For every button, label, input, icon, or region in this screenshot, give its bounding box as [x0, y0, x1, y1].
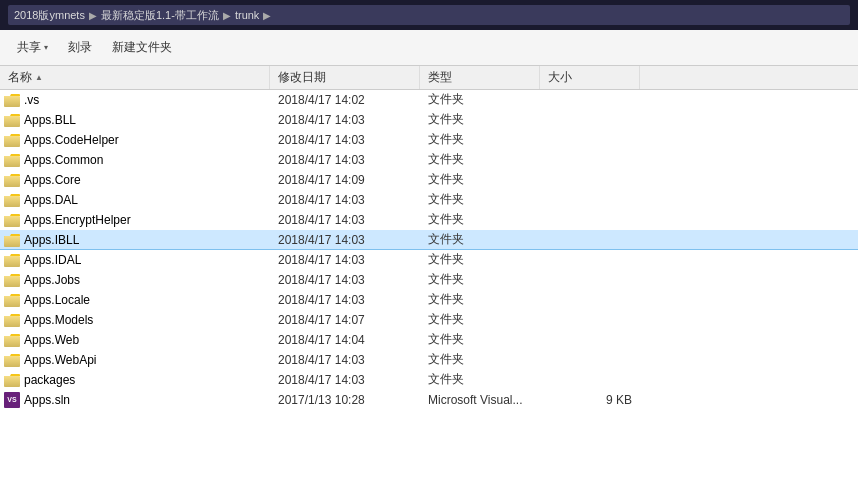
- table-row[interactable]: Apps.WebApi2018/4/17 14:03文件夹: [0, 350, 858, 370]
- folder-icon: [4, 213, 20, 227]
- file-name-cell: Apps.Jobs: [0, 273, 270, 287]
- table-row[interactable]: packages2018/4/17 14:03文件夹: [0, 370, 858, 390]
- file-type-cell: 文件夹: [420, 91, 540, 108]
- file-type-cell: Microsoft Visual...: [420, 393, 540, 407]
- file-type-cell: 文件夹: [420, 111, 540, 128]
- file-name-text: Apps.Web: [24, 333, 79, 347]
- folder-icon: [4, 173, 20, 187]
- table-row[interactable]: Apps.Web2018/4/17 14:04文件夹: [0, 330, 858, 350]
- breadcrumb: 2018版ymnets ▶ 最新稳定版1.1-带工作流 ▶ trunk ▶: [14, 8, 271, 23]
- file-name-text: .vs: [24, 93, 39, 107]
- table-row[interactable]: Apps.Models2018/4/17 14:07文件夹: [0, 310, 858, 330]
- folder-icon: [4, 153, 20, 167]
- table-row[interactable]: .vs2018/4/17 14:02文件夹: [0, 90, 858, 110]
- table-row[interactable]: Apps.IBLL2018/4/17 14:03文件夹: [0, 230, 858, 250]
- svg-rect-25: [4, 336, 20, 347]
- file-type-cell: 文件夹: [420, 351, 540, 368]
- col-size-label: 大小: [548, 69, 572, 86]
- col-modified-header[interactable]: 修改日期: [270, 66, 420, 89]
- file-date-cell: 2018/4/17 14:03: [270, 293, 420, 307]
- file-name-text: Apps.WebApi: [24, 353, 97, 367]
- file-name-text: Apps.CodeHelper: [24, 133, 119, 147]
- table-row[interactable]: Apps.Core2018/4/17 14:09文件夹: [0, 170, 858, 190]
- col-name-label: 名称: [8, 69, 32, 86]
- file-name-cell: VSApps.sln: [0, 392, 270, 408]
- file-date-cell: 2018/4/17 14:02: [270, 93, 420, 107]
- file-date-cell: 2018/4/17 14:03: [270, 353, 420, 367]
- file-name-text: Apps.IBLL: [24, 233, 79, 247]
- col-name-header[interactable]: 名称 ▲: [0, 66, 270, 89]
- svg-rect-23: [4, 316, 20, 327]
- file-name-text: Apps.BLL: [24, 113, 76, 127]
- breadcrumb-arrow1: ▶: [89, 10, 97, 21]
- col-type-header[interactable]: 类型: [420, 66, 540, 89]
- svg-rect-17: [4, 256, 20, 267]
- file-name-cell: Apps.WebApi: [0, 353, 270, 367]
- file-name-text: Apps.Locale: [24, 293, 90, 307]
- share-button[interactable]: 共享 ▾: [8, 34, 57, 61]
- file-type-cell: 文件夹: [420, 151, 540, 168]
- file-name-text: Apps.DAL: [24, 193, 78, 207]
- column-headers: 名称 ▲ 修改日期 类型 大小: [0, 66, 858, 90]
- folder-icon: [4, 113, 20, 127]
- file-type-cell: 文件夹: [420, 371, 540, 388]
- file-date-cell: 2018/4/17 14:07: [270, 313, 420, 327]
- file-name-text: Apps.EncryptHelper: [24, 213, 131, 227]
- svg-rect-5: [4, 136, 20, 147]
- file-name-text: Apps.Models: [24, 313, 93, 327]
- folder-icon: [4, 193, 20, 207]
- svg-rect-27: [4, 356, 20, 367]
- file-date-cell: 2018/4/17 14:03: [270, 113, 420, 127]
- breadcrumb-arrow3: ▶: [263, 10, 271, 21]
- col-modified-label: 修改日期: [278, 69, 326, 86]
- address-bar[interactable]: 2018版ymnets ▶ 最新稳定版1.1-带工作流 ▶ trunk ▶: [8, 5, 850, 25]
- svg-rect-13: [4, 216, 20, 227]
- file-size-cell: 9 KB: [540, 393, 640, 407]
- file-date-cell: 2018/4/17 14:04: [270, 333, 420, 347]
- table-row[interactable]: Apps.Common2018/4/17 14:03文件夹: [0, 150, 858, 170]
- folder-icon: [4, 253, 20, 267]
- svg-rect-1: [4, 96, 20, 107]
- svg-rect-29: [4, 376, 20, 387]
- table-row[interactable]: Apps.CodeHelper2018/4/17 14:03文件夹: [0, 130, 858, 150]
- table-row[interactable]: Apps.IDAL2018/4/17 14:03文件夹: [0, 250, 858, 270]
- new-folder-button[interactable]: 新建文件夹: [103, 34, 181, 61]
- sort-indicator: ▲: [35, 73, 43, 82]
- file-type-cell: 文件夹: [420, 131, 540, 148]
- table-row[interactable]: Apps.Locale2018/4/17 14:03文件夹: [0, 290, 858, 310]
- file-type-cell: 文件夹: [420, 251, 540, 268]
- table-row[interactable]: Apps.BLL2018/4/17 14:03文件夹: [0, 110, 858, 130]
- file-name-cell: Apps.BLL: [0, 113, 270, 127]
- file-name-cell: Apps.EncryptHelper: [0, 213, 270, 227]
- file-type-cell: 文件夹: [420, 231, 540, 248]
- folder-icon: [4, 373, 20, 387]
- burn-button[interactable]: 刻录: [59, 34, 101, 61]
- file-name-cell: packages: [0, 373, 270, 387]
- file-name-cell: Apps.IBLL: [0, 233, 270, 247]
- file-type-cell: 文件夹: [420, 271, 540, 288]
- table-row[interactable]: VSApps.sln2017/1/13 10:28Microsoft Visua…: [0, 390, 858, 410]
- breadcrumb-arrow2: ▶: [223, 10, 231, 21]
- table-row[interactable]: Apps.EncryptHelper2018/4/17 14:03文件夹: [0, 210, 858, 230]
- file-type-cell: 文件夹: [420, 291, 540, 308]
- file-date-cell: 2018/4/17 14:03: [270, 373, 420, 387]
- folder-icon: [4, 133, 20, 147]
- table-row[interactable]: Apps.Jobs2018/4/17 14:03文件夹: [0, 270, 858, 290]
- file-date-cell: 2018/4/17 14:03: [270, 213, 420, 227]
- file-name-cell: Apps.IDAL: [0, 253, 270, 267]
- file-list[interactable]: .vs2018/4/17 14:02文件夹 Apps.BLL2018/4/17 …: [0, 90, 858, 502]
- col-size-header[interactable]: 大小: [540, 66, 640, 89]
- svg-rect-7: [4, 156, 20, 167]
- file-name-text: Apps.Jobs: [24, 273, 80, 287]
- file-date-cell: 2018/4/17 14:03: [270, 273, 420, 287]
- table-row[interactable]: Apps.DAL2018/4/17 14:03文件夹: [0, 190, 858, 210]
- folder-icon: [4, 233, 20, 247]
- folder-icon: [4, 333, 20, 347]
- folder-icon: [4, 273, 20, 287]
- svg-rect-9: [4, 176, 20, 187]
- file-name-text: Apps.sln: [24, 393, 70, 407]
- file-type-cell: 文件夹: [420, 311, 540, 328]
- file-name-cell: Apps.DAL: [0, 193, 270, 207]
- svg-rect-19: [4, 276, 20, 287]
- col-type-label: 类型: [428, 69, 452, 86]
